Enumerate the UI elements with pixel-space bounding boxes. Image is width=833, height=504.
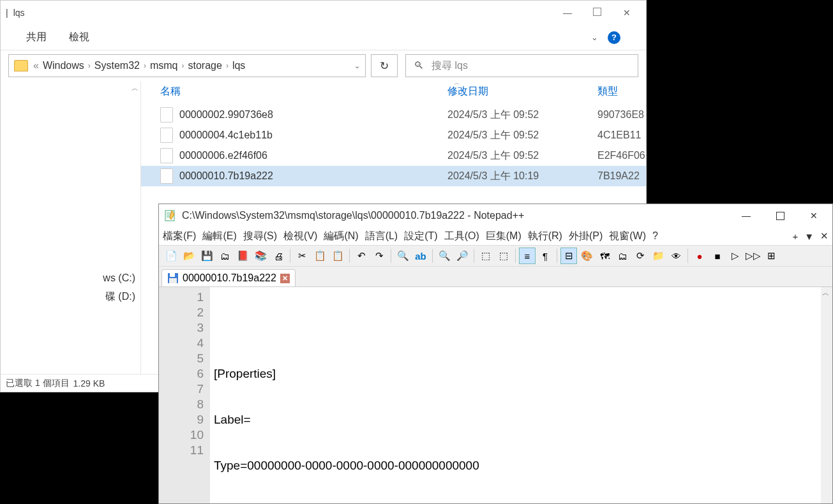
func-list-icon[interactable]: ⟳ (632, 248, 649, 264)
file-icon (160, 128, 173, 143)
wrap-icon[interactable]: ≡ (519, 248, 536, 264)
notepad-titlebar[interactable]: C:\Windows\System32\msmq\storage\lqs\000… (159, 204, 832, 227)
menu-item[interactable]: 視窗(W) (609, 230, 646, 243)
map-icon[interactable]: 🗺 (596, 248, 613, 264)
help-icon[interactable]: ? (608, 31, 620, 44)
print-icon[interactable]: 🖨 (270, 248, 287, 264)
column-date[interactable]: 修改日期 (447, 85, 597, 98)
menu-item[interactable]: 工具(O) (444, 230, 479, 243)
fast-icon[interactable]: ▷▷ (745, 248, 762, 264)
menu-item[interactable]: 檔案(F) (163, 230, 196, 243)
sync-h-icon[interactable]: ⬚ (495, 248, 512, 264)
open-file-icon[interactable]: 📂 (181, 248, 197, 264)
sync-v-icon[interactable]: ⬚ (477, 248, 494, 264)
crumb-storage[interactable]: storage (188, 60, 222, 71)
ribbon-expand-icon[interactable]: ⌄ (591, 33, 598, 42)
folder-icon (14, 60, 28, 71)
crumb-system32[interactable]: System32 (94, 60, 140, 71)
navigation-pane[interactable]: ︿ ws (C:) 碟 (D:) (1, 81, 141, 374)
column-type[interactable]: 類型 (597, 85, 646, 98)
doc-list-icon[interactable]: 🗂 (614, 248, 631, 264)
scrollbar-up-icon[interactable]: ︿ (131, 84, 139, 93)
nav-drive-c[interactable]: ws (C:) (1, 269, 140, 287)
maximize-button[interactable] (593, 8, 601, 16)
new-file-icon[interactable]: 📄 (163, 248, 179, 264)
menu-item[interactable]: 搜尋(S) (243, 230, 277, 243)
monitor-icon[interactable]: 👁 (668, 248, 684, 264)
crumb-lqs[interactable]: lqs (232, 60, 245, 71)
code-line: [Properties] (214, 366, 817, 382)
close-button[interactable]: ✕ (620, 8, 633, 18)
ribbon-tab-view[interactable]: 檢視 (69, 31, 89, 44)
breadcrumb-dropdown-icon[interactable]: ⌄ (354, 62, 360, 70)
column-name[interactable]: 名稱 (160, 85, 447, 98)
search-placeholder: 搜尋 lqs (432, 59, 468, 73)
crumb-msmq[interactable]: msmq (150, 60, 178, 71)
toolbar-close-icon[interactable]: ✕ (820, 230, 829, 242)
svg-rect-2 (170, 273, 175, 277)
paste-icon[interactable]: 📋 (329, 248, 346, 264)
tab-close-icon[interactable]: ✕ (280, 274, 290, 283)
copy-icon[interactable]: 📋 (311, 248, 328, 264)
nav-drive-d[interactable]: 碟 (D:) (1, 287, 140, 307)
file-row[interactable]: 00000010.7b19a2222024/5/3 上午 10:197B19A2… (141, 166, 646, 186)
menu-item[interactable]: 檢視(V) (283, 230, 317, 243)
search-icon: 🔍︎ (414, 60, 424, 71)
file-date: 2024/5/3 上午 10:19 (447, 170, 597, 183)
menu-item[interactable]: 語言(L) (365, 230, 398, 243)
file-icon (160, 148, 173, 163)
editor-scrollbar[interactable]: ︿ (821, 287, 832, 503)
status-selection: 已選取 1 個項目 (6, 378, 70, 389)
folder-icon[interactable]: 📁 (650, 248, 666, 264)
find-icon[interactable]: 🔍 (394, 248, 411, 264)
save-macro-icon[interactable]: ⊞ (763, 248, 779, 264)
stop-icon[interactable]: ■ (709, 248, 726, 264)
toolbar-plus-icon[interactable]: + (792, 231, 798, 242)
menu-item[interactable]: ? (652, 230, 658, 242)
menu-item[interactable]: 巨集(M) (486, 230, 522, 243)
lang-icon[interactable]: 🎨 (578, 248, 595, 264)
file-type: E2F46F06 (597, 150, 646, 161)
indent-guide-icon[interactable]: ⊟ (560, 248, 577, 264)
refresh-button[interactable]: ↻ (371, 54, 398, 77)
file-name: 00000010.7b19a222 (179, 170, 447, 182)
zoom-out-icon[interactable]: 🔎 (454, 248, 470, 264)
sort-indicator-icon: ︿ (454, 78, 460, 87)
ribbon-tab-share[interactable]: 共用 (26, 31, 47, 44)
redo-icon[interactable]: ↷ (371, 248, 387, 264)
address-bar[interactable]: « Windows› System32› msmq› storage› lqs … (8, 54, 366, 77)
menu-item[interactable]: 外掛(P) (569, 230, 603, 243)
menu-item[interactable]: 編碼(N) (324, 230, 358, 243)
history-back-icon[interactable]: « (33, 60, 39, 71)
file-row[interactable]: 00000004.4c1eb11b2024/5/3 上午 09:524C1EB1… (141, 125, 646, 145)
show-chars-icon[interactable]: ¶ (537, 248, 553, 264)
menu-item[interactable]: 編輯(E) (202, 230, 236, 243)
notepad-toolbar: 📄 📂 💾 🗂 📕 📚 🖨 ✂ 📋 📋 ↶ ↷ 🔍 ab 🔍 🔎 ⬚ ⬚ ≡ ¶… (159, 245, 832, 267)
np-maximize-button[interactable] (776, 212, 784, 220)
undo-icon[interactable]: ↶ (353, 248, 370, 264)
menu-item[interactable]: 設定(T) (404, 230, 437, 243)
replace-icon[interactable]: ab (412, 248, 429, 264)
close-file-icon[interactable]: 📕 (234, 248, 251, 264)
search-input[interactable]: 🔍︎ 搜尋 lqs (405, 54, 638, 77)
record-icon[interactable]: ● (691, 248, 708, 264)
toolbar-down-icon[interactable]: ▼ (804, 231, 814, 242)
file-row[interactable]: 00000006.e2f46f062024/5/3 上午 09:52E2F46F… (141, 145, 646, 166)
explorer-titlebar[interactable]: | lqs — ✕ (1, 1, 646, 25)
code-area[interactable]: [Properties] Label= Type=00000000-0000-0… (210, 287, 821, 503)
minimize-button[interactable]: — (561, 8, 574, 18)
crumb-windows[interactable]: Windows (43, 60, 84, 71)
column-headers: 名稱 修改日期 類型 (141, 81, 646, 105)
zoom-in-icon[interactable]: 🔍 (436, 248, 453, 264)
save-icon[interactable]: 💾 (199, 248, 215, 264)
close-all-icon[interactable]: 📚 (252, 248, 269, 264)
np-close-button[interactable]: ✕ (810, 211, 818, 221)
menu-item[interactable]: 執行(R) (528, 230, 562, 243)
breadcrumb: Windows› System32› msmq› storage› lqs (43, 60, 245, 71)
np-minimize-button[interactable]: — (742, 211, 751, 221)
cut-icon[interactable]: ✂ (294, 248, 310, 264)
file-row[interactable]: 00000002.990736e82024/5/3 上午 09:52990736… (141, 105, 646, 125)
file-tab[interactable]: 00000010.7b19a222 ✕ (161, 269, 296, 286)
play-icon[interactable]: ▷ (727, 248, 744, 264)
save-all-icon[interactable]: 🗂 (216, 248, 233, 264)
